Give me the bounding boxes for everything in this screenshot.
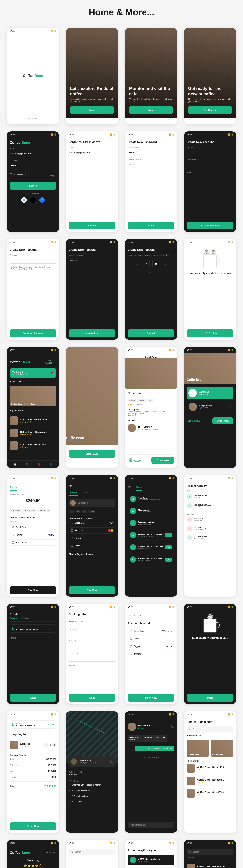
plus-button[interactable]: +	[53, 743, 56, 747]
send-icon[interactable]: ➤	[171, 824, 173, 826]
use-button[interactable]: Use	[165, 558, 172, 562]
list-item[interactable]: Coffee Bean - Good View★★★★★ 4.6	[10, 439, 56, 452]
ln-input[interactable]	[187, 162, 233, 168]
tab-done[interactable]: Done	[82, 490, 87, 496]
add-icon[interactable]: +	[230, 405, 231, 408]
cafe-card[interactable]: Coffee Bean	[211, 740, 233, 757]
next-button[interactable]: Next	[70, 106, 114, 114]
resend-link[interactable]: Resend	[128, 272, 174, 274]
google-icon[interactable]: G	[21, 197, 27, 203]
use-button[interactable]: Use	[165, 533, 172, 537]
password-input[interactable]	[10, 163, 56, 169]
list-item[interactable]: Coffee Bean - Nusadua 1★★★★★ 4.8	[10, 427, 56, 439]
signin-button[interactable]: Sign In	[10, 182, 56, 190]
activity-item[interactable]: ↑Top up IDR 550.000Sun 19 Dec	[187, 533, 233, 542]
confirmpw-input[interactable]	[128, 162, 174, 168]
amount-chip[interactable]: IDR 200.000	[37, 509, 51, 512]
email-input[interactable]	[10, 151, 56, 157]
next-button[interactable]: Next	[10, 694, 56, 702]
tip-chip[interactable]: $2	[75, 510, 81, 513]
pay-method[interactable]: BRI Card🔴🟡	[69, 527, 115, 534]
apple-icon[interactable]	[30, 197, 36, 203]
promo-item[interactable]: ↗RecommendationShare & get bonus	[128, 518, 174, 528]
pay-button[interactable]: Pay Now	[69, 586, 115, 594]
fav-card[interactable]: Coffee Bean - Resort Kuta	[10, 385, 56, 406]
date-input[interactable]	[69, 643, 115, 649]
activity-item[interactable]: ↓Coffee BuyingMon 20 Dec	[187, 524, 233, 533]
list-item[interactable]: Coffee Bean - Resort Kuta★★★★★ 4.5	[187, 762, 233, 775]
chat-input[interactable]: Type a message...➤	[128, 822, 174, 828]
pay-method[interactable]: Bitcoin	[69, 543, 115, 549]
order-button[interactable]: Order Now	[10, 823, 56, 830]
tip-chip[interactable]: $1	[69, 510, 74, 513]
next-button[interactable]: Next	[129, 106, 173, 114]
otp-0[interactable]: 0	[133, 259, 140, 268]
time-input[interactable]	[69, 655, 115, 661]
done-button[interactable]: Done	[187, 694, 233, 702]
method-paypal[interactable]: PayPalPayPal	[10, 532, 56, 538]
star-rating[interactable]: ★★★★☆	[10, 863, 56, 868]
terms-check[interactable]: By creating an account you agree to our …	[10, 266, 56, 270]
search-input[interactable]: 🔍Search	[69, 849, 115, 855]
name-input[interactable]	[69, 631, 115, 637]
list-item[interactable]: Coffee Bean - Resort Kuta★★★★★ 4.5	[10, 414, 56, 427]
book-button[interactable]: Book Now	[128, 694, 174, 702]
add-icon[interactable]: +	[230, 392, 232, 395]
promo-item[interactable]: 8080% discount up to 150.000New member o…	[128, 542, 174, 553]
tip-chip[interactable]: Other	[88, 510, 96, 513]
phone-icon[interactable]: 📞	[171, 725, 174, 728]
gift-card[interactable]: ★★ 25% off all purchasesFor new users	[128, 855, 174, 865]
promo-item[interactable]: %Discount 20%Valid until 31.12.24	[128, 506, 174, 516]
menu-item[interactable]: EspressoIDR 35.000+	[187, 387, 233, 399]
address-from[interactable]: FromJl. Danau Tamun No. 17	[10, 624, 56, 632]
pay-method[interactable]: Credit CardVISA	[69, 520, 115, 526]
map[interactable]	[66, 711, 118, 763]
submit-button[interactable]: Submit	[69, 222, 115, 229]
pay-option[interactable]: Credit CardVISA ●●	[128, 628, 174, 634]
tab-booking[interactable]: Booking	[10, 615, 18, 621]
tip-chip[interactable]: $5	[82, 510, 87, 513]
nav-search-icon[interactable]: 🔍	[25, 463, 29, 466]
explore-button[interactable]: Let's Explore	[187, 329, 233, 337]
submit-button[interactable]: Submit	[128, 329, 174, 337]
search-input[interactable]: 🔍Search	[187, 726, 233, 732]
save-button[interactable]: Save	[128, 222, 174, 229]
pay-button[interactable]: Pay Now	[10, 586, 56, 594]
pay-option[interactable]: Transfer	[128, 651, 174, 657]
fn-input[interactable]	[187, 150, 233, 156]
driver-card[interactable]: Richard LeeMotorcycle • B 1234 XY 📞	[69, 756, 115, 767]
search-result[interactable]: Coffee Bean - Resort Kuta★★★★★	[187, 862, 233, 868]
list-item[interactable]: Coffee Bean - Street View★★★★★ 4.6	[187, 787, 233, 800]
activity-item[interactable]: ↑Top up IDR 250.00010:00 AM	[187, 492, 233, 501]
otp-1[interactable]: 7	[143, 259, 150, 268]
order-button[interactable]: Order Now	[212, 417, 233, 424]
amount-chip[interactable]: IDR 50.000	[10, 509, 22, 512]
tab-booking[interactable]: Booking	[69, 619, 77, 625]
promo-item[interactable]: 1010% discount up to 40.000Weekend speci…	[128, 554, 174, 565]
amount-chip[interactable]: IDR 100.000	[23, 509, 36, 512]
next-button[interactable]: Next	[69, 694, 115, 702]
book-button[interactable]: Book Now	[151, 457, 174, 464]
qty-control[interactable]: −1+	[44, 743, 56, 747]
address-row[interactable]: AddressJl. Danau Maskam No. 17Change	[10, 720, 56, 728]
change-link[interactable]: Change	[48, 723, 54, 725]
otp-3[interactable]: 6	[162, 259, 169, 268]
forgot-link[interactable]: Forgot?	[50, 175, 56, 177]
cafe-card[interactable]: Coffee Bean	[187, 740, 209, 757]
tab-checkout[interactable]: Checkout	[69, 490, 78, 496]
use-button[interactable]: Use	[165, 546, 172, 550]
verify-button[interactable]: Verification	[69, 329, 115, 337]
nav-profile-icon[interactable]: 👤	[49, 463, 53, 466]
tab-all[interactable]: All	[139, 613, 141, 619]
promo-item[interactable]: ☕Free CoffeeGet a free coffee every 10 v…	[128, 494, 174, 504]
tab-topup[interactable]: Top Up	[10, 484, 17, 491]
tab-offer[interactable]: Offer	[128, 484, 132, 491]
em-input[interactable]	[187, 174, 233, 180]
create-button[interactable]: Create Account	[187, 222, 233, 229]
continue-button[interactable]: Continue Account	[10, 329, 56, 337]
minus-button[interactable]: −	[44, 743, 48, 747]
method-card[interactable]: Credit Card	[10, 524, 56, 530]
tab-delivery[interactable]: Delivery	[22, 615, 29, 621]
reward-card[interactable]: My RewardYou have 5 reward 🎁	[10, 368, 56, 378]
remember-checkbox[interactable]: Remember me	[10, 174, 26, 176]
